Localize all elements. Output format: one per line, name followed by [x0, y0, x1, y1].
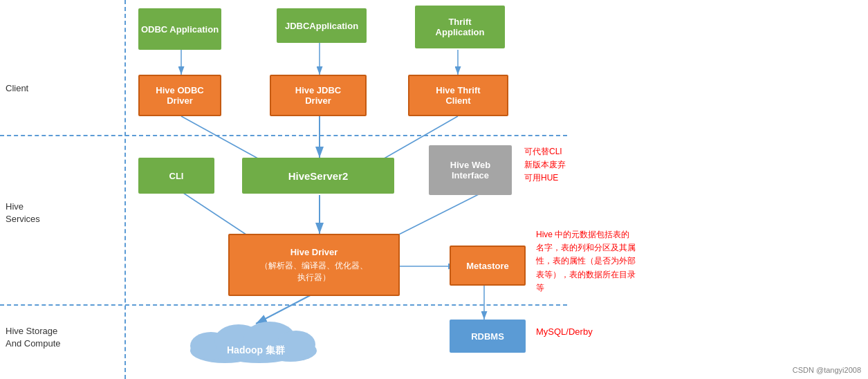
rdbms-box: RDBMS — [450, 320, 526, 353]
divider-services-storage — [0, 304, 567, 306]
hadoop-cloud: Hadoop 集群 — [169, 315, 342, 367]
hive-web-interface-box: Hive WebInterface — [429, 145, 512, 195]
hive-storage-label: Hive Storage And Compute — [6, 325, 61, 350]
metastore-annotation: Hive 中的元数据包括表的名字，表的列和分区及其属性，表的属性（是否为外部表等… — [536, 228, 695, 295]
divider-client-services — [0, 135, 567, 136]
hive-driver-box: Hive Driver （解析器、编译器、优化器、执行器） — [228, 234, 400, 296]
hiveserver2-box: HiveServer2 — [242, 158, 394, 194]
hive-web-annotation: 可代替CLI新版本废弃可用HUE — [524, 145, 566, 185]
jdbc-app-box: JDBCApplication — [277, 8, 367, 43]
odbc-app-box: ODBC Application — [138, 8, 221, 50]
hive-services-label: Hive Services — [6, 201, 40, 225]
hive-jdbc-driver-box: Hive JDBCDriver — [270, 75, 367, 116]
vertical-divider — [124, 0, 126, 379]
diagram-container: Client Hive Services Hive Storage And Co… — [0, 0, 868, 379]
metastore-box: Metastore — [450, 246, 526, 286]
hive-odbc-driver-box: Hive ODBCDriver — [138, 75, 221, 116]
watermark: CSDN @tangyi2008 — [793, 364, 861, 376]
client-label: Client — [6, 83, 28, 95]
svg-text:Hadoop 集群: Hadoop 集群 — [227, 344, 286, 355]
rdbms-annotation: MySQL/Derby — [536, 325, 593, 339]
thrift-app-box: ThriftApplication — [415, 6, 505, 48]
cli-box: CLI — [138, 158, 214, 194]
hive-thrift-client-box: Hive ThriftClient — [408, 75, 508, 116]
